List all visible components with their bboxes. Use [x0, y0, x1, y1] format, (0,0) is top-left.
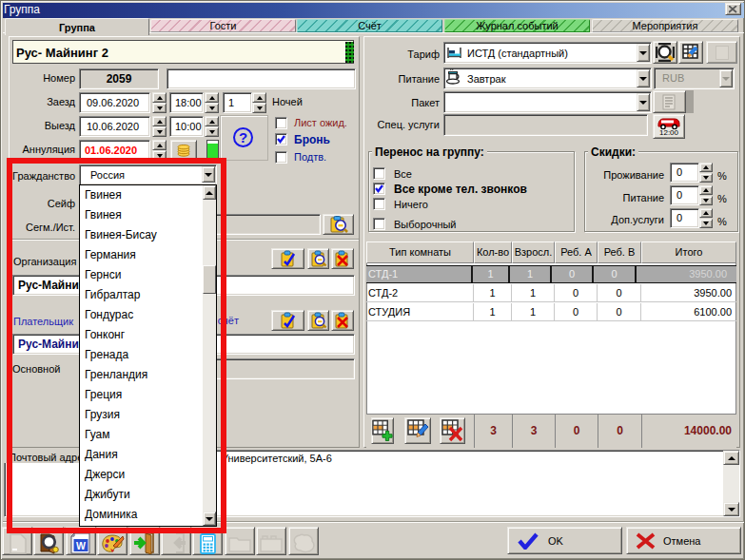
svg-text:W: W [76, 540, 86, 551]
